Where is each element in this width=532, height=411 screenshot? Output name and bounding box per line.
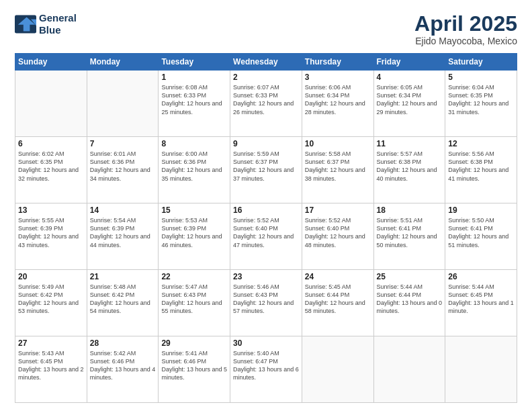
calendar-cell: 29Sunrise: 5:41 AM Sunset: 6:46 PM Dayli… bbox=[159, 336, 230, 403]
logo-line1: General bbox=[39, 12, 77, 24]
day-number: 17 bbox=[305, 205, 371, 215]
calendar-cell: 24Sunrise: 5:45 AM Sunset: 6:44 PM Dayli… bbox=[302, 270, 373, 336]
day-number: 5 bbox=[448, 73, 514, 82]
day-number: 24 bbox=[305, 272, 371, 281]
calendar-cell: 30Sunrise: 5:40 AM Sunset: 6:47 PM Dayli… bbox=[230, 336, 302, 403]
day-number: 20 bbox=[18, 272, 84, 281]
day-number: 12 bbox=[448, 139, 514, 148]
logo-line2: Blue bbox=[39, 24, 61, 36]
calendar-week-1: 1Sunrise: 6:08 AM Sunset: 6:33 PM Daylig… bbox=[15, 71, 517, 137]
day-number: 26 bbox=[448, 272, 514, 281]
day-info: Sunrise: 5:43 AM Sunset: 6:45 PM Dayligh… bbox=[18, 349, 84, 382]
day-header-saturday: Saturday bbox=[445, 54, 517, 71]
calendar-cell: 21Sunrise: 5:48 AM Sunset: 6:42 PM Dayli… bbox=[87, 270, 159, 336]
day-info: Sunrise: 6:02 AM Sunset: 6:35 PM Dayligh… bbox=[18, 150, 84, 183]
day-info: Sunrise: 5:53 AM Sunset: 6:39 PM Dayligh… bbox=[161, 216, 227, 249]
calendar-cell: 2Sunrise: 6:07 AM Sunset: 6:33 PM Daylig… bbox=[230, 71, 302, 137]
day-info: Sunrise: 5:40 AM Sunset: 6:47 PM Dayligh… bbox=[233, 349, 299, 382]
calendar-cell bbox=[15, 71, 87, 137]
day-info: Sunrise: 5:45 AM Sunset: 6:44 PM Dayligh… bbox=[305, 283, 371, 316]
main-title: April 2025 bbox=[414, 12, 517, 36]
calendar-cell: 3Sunrise: 6:06 AM Sunset: 6:34 PM Daylig… bbox=[302, 71, 373, 137]
day-info: Sunrise: 5:58 AM Sunset: 6:37 PM Dayligh… bbox=[305, 150, 371, 183]
day-info: Sunrise: 6:04 AM Sunset: 6:35 PM Dayligh… bbox=[448, 83, 514, 116]
calendar-cell: 23Sunrise: 5:46 AM Sunset: 6:43 PM Dayli… bbox=[230, 270, 302, 336]
day-header-thursday: Thursday bbox=[302, 54, 373, 71]
calendar-cell: 26Sunrise: 5:44 AM Sunset: 6:45 PM Dayli… bbox=[445, 270, 517, 336]
day-header-tuesday: Tuesday bbox=[159, 54, 230, 71]
day-info: Sunrise: 6:06 AM Sunset: 6:34 PM Dayligh… bbox=[305, 83, 371, 116]
day-number: 4 bbox=[377, 73, 443, 82]
day-header-monday: Monday bbox=[87, 54, 159, 71]
day-number: 9 bbox=[233, 139, 299, 148]
day-number: 19 bbox=[448, 205, 514, 215]
calendar-cell: 5Sunrise: 6:04 AM Sunset: 6:35 PM Daylig… bbox=[445, 71, 517, 137]
calendar-cell: 28Sunrise: 5:42 AM Sunset: 6:46 PM Dayli… bbox=[87, 336, 159, 403]
day-number: 29 bbox=[161, 338, 227, 348]
day-number: 1 bbox=[161, 73, 227, 82]
day-number: 15 bbox=[161, 205, 227, 215]
calendar-table: SundayMondayTuesdayWednesdayThursdayFrid… bbox=[15, 53, 517, 403]
day-number: 3 bbox=[305, 73, 371, 82]
day-header-friday: Friday bbox=[373, 54, 445, 71]
day-number: 30 bbox=[233, 338, 299, 348]
day-info: Sunrise: 5:54 AM Sunset: 6:39 PM Dayligh… bbox=[90, 216, 156, 249]
calendar-cell bbox=[302, 336, 373, 403]
calendar-cell: 13Sunrise: 5:55 AM Sunset: 6:39 PM Dayli… bbox=[15, 203, 87, 270]
day-number: 27 bbox=[18, 338, 84, 348]
calendar-cell: 12Sunrise: 5:56 AM Sunset: 6:38 PM Dayli… bbox=[445, 137, 517, 203]
day-info: Sunrise: 5:44 AM Sunset: 6:44 PM Dayligh… bbox=[377, 283, 443, 316]
calendar-cell: 27Sunrise: 5:43 AM Sunset: 6:45 PM Dayli… bbox=[15, 336, 87, 403]
day-number: 6 bbox=[18, 139, 84, 148]
day-info: Sunrise: 6:07 AM Sunset: 6:33 PM Dayligh… bbox=[233, 83, 299, 116]
day-info: Sunrise: 5:41 AM Sunset: 6:46 PM Dayligh… bbox=[161, 349, 227, 382]
calendar-cell: 14Sunrise: 5:54 AM Sunset: 6:39 PM Dayli… bbox=[87, 203, 159, 270]
day-info: Sunrise: 5:49 AM Sunset: 6:42 PM Dayligh… bbox=[18, 283, 84, 316]
day-info: Sunrise: 5:48 AM Sunset: 6:42 PM Dayligh… bbox=[90, 283, 156, 316]
day-number: 22 bbox=[161, 272, 227, 281]
logo-text: General Blue bbox=[39, 12, 77, 36]
day-number: 28 bbox=[90, 338, 156, 348]
day-info: Sunrise: 5:44 AM Sunset: 6:45 PM Dayligh… bbox=[448, 283, 514, 316]
page: General Blue April 2025 Ejido Mayocoba, … bbox=[0, 0, 532, 411]
subtitle: Ejido Mayocoba, Mexico bbox=[414, 36, 517, 46]
day-number: 10 bbox=[305, 139, 371, 148]
calendar-cell: 11Sunrise: 5:57 AM Sunset: 6:38 PM Dayli… bbox=[373, 137, 445, 203]
day-number: 7 bbox=[90, 139, 156, 148]
day-info: Sunrise: 5:59 AM Sunset: 6:37 PM Dayligh… bbox=[233, 150, 299, 183]
calendar-week-2: 6Sunrise: 6:02 AM Sunset: 6:35 PM Daylig… bbox=[15, 137, 517, 203]
calendar-cell: 25Sunrise: 5:44 AM Sunset: 6:44 PM Dayli… bbox=[373, 270, 445, 336]
day-number: 23 bbox=[233, 272, 299, 281]
day-number: 11 bbox=[377, 139, 443, 148]
calendar-cell bbox=[373, 336, 445, 403]
day-info: Sunrise: 5:56 AM Sunset: 6:38 PM Dayligh… bbox=[448, 150, 514, 183]
calendar-cell: 17Sunrise: 5:52 AM Sunset: 6:40 PM Dayli… bbox=[302, 203, 373, 270]
logo: General Blue bbox=[15, 12, 77, 36]
day-info: Sunrise: 6:05 AM Sunset: 6:34 PM Dayligh… bbox=[377, 83, 443, 116]
calendar-cell: 4Sunrise: 6:05 AM Sunset: 6:34 PM Daylig… bbox=[373, 71, 445, 137]
calendar-cell: 15Sunrise: 5:53 AM Sunset: 6:39 PM Dayli… bbox=[159, 203, 230, 270]
day-number: 21 bbox=[90, 272, 156, 281]
calendar-week-5: 27Sunrise: 5:43 AM Sunset: 6:45 PM Dayli… bbox=[15, 336, 517, 403]
calendar-cell: 6Sunrise: 6:02 AM Sunset: 6:35 PM Daylig… bbox=[15, 137, 87, 203]
day-info: Sunrise: 5:47 AM Sunset: 6:43 PM Dayligh… bbox=[161, 283, 227, 316]
calendar-cell: 16Sunrise: 5:52 AM Sunset: 6:40 PM Dayli… bbox=[230, 203, 302, 270]
day-info: Sunrise: 6:08 AM Sunset: 6:33 PM Dayligh… bbox=[161, 83, 227, 116]
day-number: 2 bbox=[233, 73, 299, 82]
title-block: April 2025 Ejido Mayocoba, Mexico bbox=[414, 12, 517, 46]
day-info: Sunrise: 5:46 AM Sunset: 6:43 PM Dayligh… bbox=[233, 283, 299, 316]
logo-icon bbox=[15, 15, 36, 34]
calendar-week-4: 20Sunrise: 5:49 AM Sunset: 6:42 PM Dayli… bbox=[15, 270, 517, 336]
day-info: Sunrise: 5:55 AM Sunset: 6:39 PM Dayligh… bbox=[18, 216, 84, 249]
calendar-cell: 19Sunrise: 5:50 AM Sunset: 6:41 PM Dayli… bbox=[445, 203, 517, 270]
day-header-sunday: Sunday bbox=[15, 54, 87, 71]
header: General Blue April 2025 Ejido Mayocoba, … bbox=[15, 12, 517, 46]
calendar-cell bbox=[87, 71, 159, 137]
calendar-cell: 1Sunrise: 6:08 AM Sunset: 6:33 PM Daylig… bbox=[159, 71, 230, 137]
day-number: 14 bbox=[90, 205, 156, 215]
calendar-cell: 8Sunrise: 6:00 AM Sunset: 6:36 PM Daylig… bbox=[159, 137, 230, 203]
day-info: Sunrise: 6:01 AM Sunset: 6:36 PM Dayligh… bbox=[90, 150, 156, 183]
calendar-cell: 9Sunrise: 5:59 AM Sunset: 6:37 PM Daylig… bbox=[230, 137, 302, 203]
day-info: Sunrise: 5:52 AM Sunset: 6:40 PM Dayligh… bbox=[305, 216, 371, 249]
day-header-wednesday: Wednesday bbox=[230, 54, 302, 71]
